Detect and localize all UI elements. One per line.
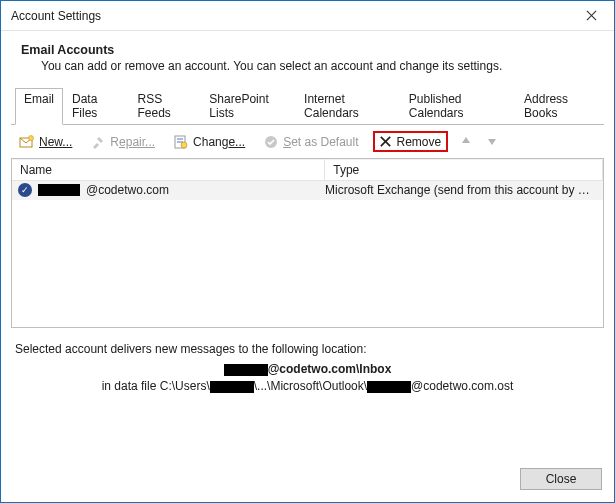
window-close-button[interactable] [569,1,614,30]
default-account-icon: ✓ [18,183,32,197]
location-path: in data file C:\Users\\...\Microsoft\Out… [15,379,600,393]
svg-point-7 [181,142,187,148]
redacted-text [38,184,80,196]
new-label: New... [39,135,72,149]
tab-rss-feeds[interactable]: RSS Feeds [128,88,200,125]
move-up-button [458,134,474,150]
tab-data-files[interactable]: Data Files [63,88,128,125]
window-title: Account Settings [11,9,569,23]
svg-point-3 [29,135,34,140]
dialog-footer: Close [1,460,614,502]
remove-button[interactable]: Remove [373,131,449,152]
tab-strip: Email Data Files RSS Feeds SharePoint Li… [11,87,604,125]
location-mailbox: @codetwo.com\Inbox [15,362,600,376]
dialog-header: Email Accounts You can add or remove an … [1,31,614,87]
arrow-up-icon [460,135,472,147]
move-down-button [484,134,500,150]
tab-published-calendars[interactable]: Published Calendars [400,88,515,125]
close-button[interactable]: Close [520,468,602,490]
toolbar: New... Repair... Change... Set as D [11,125,604,158]
delivery-location: Selected account delivers new messages t… [11,328,604,397]
remove-icon [378,134,393,149]
titlebar: Account Settings [1,1,614,31]
header-subtitle: You can add or remove an account. You ca… [21,59,594,73]
account-name: @codetwo.com [86,183,169,197]
close-icon [586,10,597,21]
tools-icon [90,134,106,150]
repair-button: Repair... [86,132,159,152]
new-icon [19,134,35,150]
arrow-down-icon [486,135,498,147]
redacted-text [367,381,411,393]
account-type: Microsoft Exchange (send from this accou… [325,183,599,197]
location-intro: Selected account delivers new messages t… [15,342,600,356]
check-circle-icon [263,134,279,150]
new-button[interactable]: New... [15,132,76,152]
change-icon [173,134,189,150]
grid-header: Name Type [12,159,603,181]
tab-sharepoint-lists[interactable]: SharePoint Lists [200,88,295,125]
redacted-text [224,364,268,376]
redacted-text [210,381,254,393]
tab-internet-calendars[interactable]: Internet Calendars [295,88,400,125]
accounts-grid: Name Type ✓ @codetwo.com Microsoft Excha… [11,158,604,328]
column-name[interactable]: Name [12,159,325,181]
column-type[interactable]: Type [325,159,603,181]
table-row[interactable]: ✓ @codetwo.com Microsoft Exchange (send … [12,181,603,200]
set-default-button: Set as Default [259,132,362,152]
change-button[interactable]: Change... [169,132,249,152]
tab-email[interactable]: Email [15,88,63,125]
tab-address-books[interactable]: Address Books [515,88,604,125]
header-title: Email Accounts [21,43,594,57]
